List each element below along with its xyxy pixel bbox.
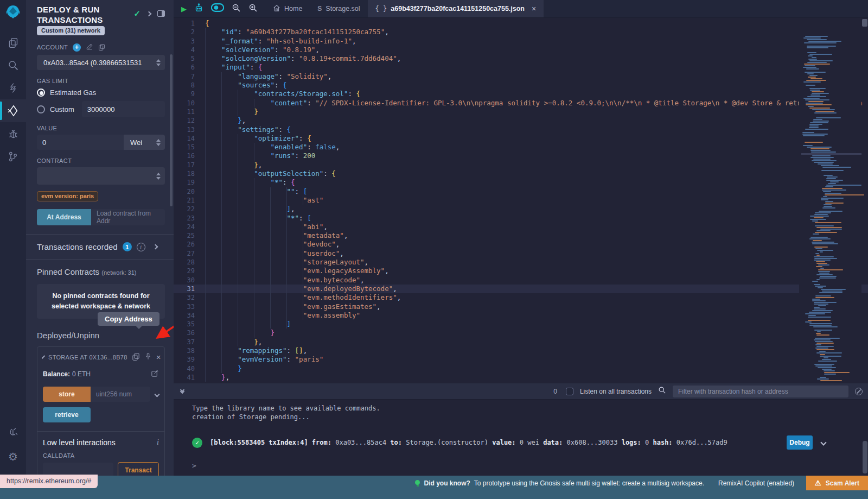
settings-gear-icon[interactable]: ⚙: [0, 445, 26, 468]
code-line: 35 ]: [174, 320, 868, 329]
edit-account-icon[interactable]: [86, 43, 93, 52]
terminal-scrollbar[interactable]: [863, 441, 867, 473]
pin-contract-icon[interactable]: [144, 352, 152, 362]
ai-robot-icon[interactable]: [194, 3, 203, 15]
code-line: 24 "abi",: [174, 223, 868, 231]
plugin-manager-icon[interactable]: [0, 420, 26, 443]
balance-label: Balance:: [43, 370, 70, 378]
store-arg-input[interactable]: uint256 num: [91, 387, 150, 402]
pinned-contracts-title: Pinned Contracts (network: 31): [37, 260, 165, 276]
tab-storage-sol[interactable]: S Storage.sol: [310, 0, 367, 17]
custom-gas-radio[interactable]: [37, 105, 45, 113]
zoom-in-icon[interactable]: [248, 3, 258, 15]
custom-gas-input[interactable]: 3000000: [82, 101, 165, 117]
code-line: 28 "storageLayout",: [174, 258, 868, 267]
deploy-run-icon[interactable]: [0, 99, 26, 122]
code-line: 29 "evm.legacyAssembly",: [174, 267, 868, 275]
transact-button[interactable]: Transact: [118, 462, 159, 476]
close-tab-icon[interactable]: ×: [532, 4, 536, 13]
transactions-count-badge: 1: [123, 242, 132, 251]
expand-transactions-icon[interactable]: [152, 244, 158, 250]
store-button[interactable]: store: [43, 387, 91, 402]
collapse-contract-icon[interactable]: [42, 355, 45, 358]
code-line: 25 "metadata",: [174, 231, 868, 240]
code-line: 30 "evm.bytecode",: [174, 276, 868, 285]
code-line: 20 "": [: [174, 187, 868, 196]
lightbulb-icon: [415, 480, 420, 487]
terminal: 0 Listen on all transactions Filter with…: [174, 383, 868, 476]
git-icon[interactable]: [0, 145, 26, 168]
tx-summary: [block:5583405 txIndex:4] from: 0xa03...…: [210, 439, 779, 446]
tab-build-info-json[interactable]: { } a69b43f277ba20fcac141151250ca755.jso…: [368, 0, 544, 17]
expand-tx-icon[interactable]: [820, 439, 826, 445]
run-script-icon[interactable]: ▶: [181, 5, 187, 13]
pinned-network-label: (network: 31): [101, 269, 136, 276]
at-address-button[interactable]: At Address: [37, 209, 91, 225]
panel-scrollbar[interactable]: [170, 54, 173, 206]
code-line: 6 "input": {: [174, 63, 868, 72]
contract-instance-label: STORAGE AT 0X136...8B78: [48, 354, 127, 361]
terminal-prompt[interactable]: >: [192, 462, 868, 470]
copilot-toggle-icon[interactable]: [211, 3, 224, 14]
deployed-unpinned-title: Deployed/Unpinn: [37, 331, 165, 340]
evm-version-badge: evm version: paris: [37, 191, 98, 201]
editor-scrollbar[interactable]: [861, 18, 868, 383]
transactions-recorded-row[interactable]: Transactions recorded 1 i: [37, 235, 165, 259]
zoom-out-icon[interactable]: [232, 3, 241, 15]
code-line: 40 }: [174, 364, 868, 373]
code-line: 3 "_format": "hh-sol-build-info-1",: [174, 37, 868, 46]
code-line: 21 "ast": [174, 196, 868, 205]
clear-terminal-icon[interactable]: [855, 388, 863, 395]
debugger-icon[interactable]: [0, 122, 26, 145]
code-line: 5 "solcLongVersion": "0.8.19+commit.7dd6…: [174, 54, 868, 63]
tab-home[interactable]: Home: [265, 0, 310, 17]
transaction-log-row[interactable]: ✓ [block:5583405 txIndex:4] from: 0xa03.…: [192, 435, 868, 450]
remove-contract-icon[interactable]: ×: [156, 352, 161, 362]
custom-gas-label: Custom: [50, 105, 74, 113]
file-explorer-icon[interactable]: [0, 31, 26, 54]
scam-alert-button[interactable]: ⚠ Scam Alert: [806, 476, 868, 490]
solidity-compiler-icon[interactable]: [0, 77, 26, 99]
search-icon[interactable]: [0, 54, 26, 77]
copilot-status[interactable]: RemixAI Copilot (enabled): [718, 479, 794, 487]
copy-address-icon[interactable]: [132, 352, 140, 362]
transactions-recorded-label: Transactions recorded: [37, 242, 118, 251]
code-line: 32 "evm.methodIdentifiers",: [174, 293, 868, 302]
contract-select[interactable]: [37, 167, 165, 185]
retrieve-button[interactable]: retrieve: [43, 407, 91, 422]
load-contract-input[interactable]: Load contract from Addr: [91, 209, 165, 225]
edit-balance-icon[interactable]: [151, 369, 159, 379]
panel-title: DEPLOY & RUN TRANSACTIONS: [37, 4, 124, 25]
code-line: 26 "devdoc",: [174, 240, 868, 249]
code-line: 36 }: [174, 329, 868, 337]
code-line: 1{: [174, 19, 868, 28]
balance-value: 0 ETH: [72, 370, 91, 378]
info-icon[interactable]: i: [137, 243, 145, 251]
listen-all-checkbox[interactable]: [566, 388, 573, 395]
url-tooltip: https://remix.ethereum.org/#: [0, 475, 98, 488]
value-unit-select[interactable]: Wei: [124, 135, 165, 150]
calldata-label: CALLDATA: [43, 452, 159, 459]
code-line: 17 },: [174, 161, 868, 169]
minimap[interactable]: [799, 36, 861, 383]
pin-panel-icon[interactable]: [157, 10, 165, 17]
collapse-terminal-icon[interactable]: [181, 390, 184, 393]
account-select[interactable]: 0xA03...85ac4 (0.39866531531: [37, 55, 165, 70]
contract-label: CONTRACT: [37, 157, 165, 164]
low-level-info-icon[interactable]: i: [157, 438, 159, 447]
deploy-run-panel: DEPLOY & RUN TRANSACTIONS ✓ Custom (31) …: [26, 0, 174, 476]
expand-store-icon[interactable]: [155, 391, 160, 397]
remix-logo[interactable]: [5, 4, 21, 22]
filter-input[interactable]: Filter with transaction hash or address: [673, 386, 848, 397]
code-line: 10 "content": "// SPDX-License-Identifie…: [174, 99, 868, 108]
code-area[interactable]: 1{2 "id": "a69b43f277ba20fcac141151250ca…: [174, 18, 868, 383]
calldata-input[interactable]: [43, 463, 113, 476]
value-input[interactable]: 0: [37, 135, 124, 150]
chevron-right-icon[interactable]: [146, 11, 152, 16]
add-account-icon[interactable]: +: [73, 43, 81, 52]
copy-account-icon[interactable]: [98, 43, 105, 52]
debug-button[interactable]: Debug: [787, 435, 813, 450]
code-line: 11 }: [174, 108, 868, 116]
editor-toolbar: ▶ Home S Storage.sol { } a69b43f277ba20f…: [174, 0, 868, 18]
estimated-gas-radio[interactable]: [37, 89, 45, 97]
